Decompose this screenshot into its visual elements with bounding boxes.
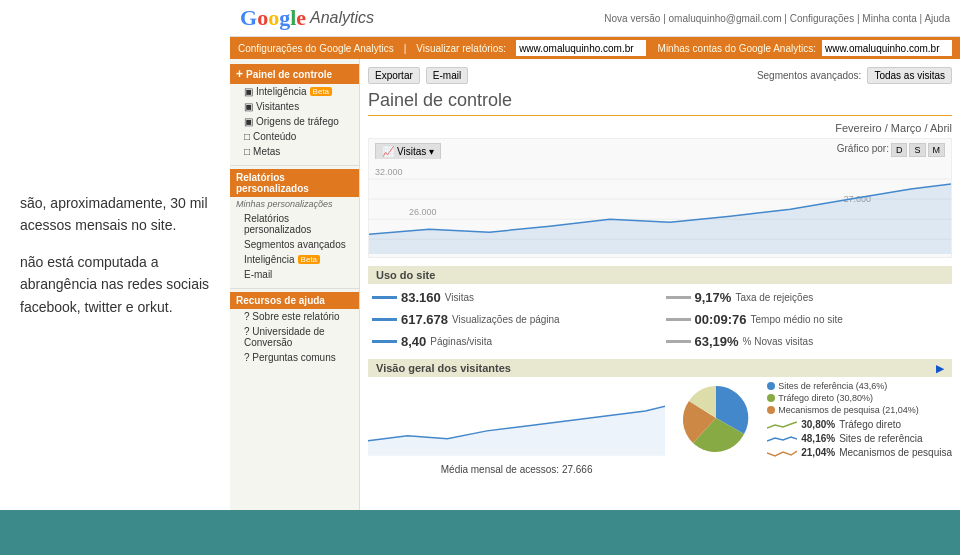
- sidebar-item-visitors[interactable]: ▣ Visitantes: [230, 99, 359, 114]
- stat-value-visits: 83.160: [401, 290, 441, 305]
- stat-label-visits: Visitas: [445, 292, 474, 303]
- config-label: Configurações do Google Analytics: [238, 43, 394, 54]
- traffic-line-svg-search: [767, 448, 797, 458]
- stat-bounce: 9,17% Taxa de rejeições: [662, 288, 953, 307]
- stat-value-newvisits: 63,19%: [695, 334, 739, 349]
- legend-label-direct: Tráfego direto (30,80%): [778, 393, 873, 403]
- legend-label-search: Mecanismos de pesquisa (21,04%): [778, 405, 919, 415]
- ga-sidebar: + Painel de controle ▣ Inteligência Beta…: [230, 59, 360, 510]
- stat-line-avgtime: [666, 318, 691, 321]
- pie-legend: Sites de referência (43,6%) Tráfego dire…: [767, 381, 952, 461]
- stat-label-bounce: Taxa de rejeições: [735, 292, 813, 303]
- visitors-more-link[interactable]: ▶: [936, 363, 944, 374]
- traffic-search-label: Mecanismos de pesquisa: [839, 447, 952, 458]
- graph-controls: Gráfico por: D S M: [837, 143, 945, 157]
- url-input[interactable]: [516, 40, 646, 56]
- sidebar-item-about-report[interactable]: ? Sobre este relatório: [230, 309, 359, 324]
- email-button[interactable]: E-mail: [426, 67, 468, 84]
- sidebar-item-advanced-segments[interactable]: Segmentos avançados: [230, 237, 359, 252]
- visitors-chart-svg: [368, 381, 665, 456]
- stat-line-bounce: [666, 296, 691, 299]
- sidebar-item-goals[interactable]: □ Metas: [230, 144, 359, 159]
- sidebar-item-conversion[interactable]: ? Universidade de Conversão: [230, 324, 359, 350]
- sidebar-item-content[interactable]: □ Conteúdo: [230, 129, 359, 144]
- my-accounts-label: Minhas contas do Google Analytics:: [658, 43, 816, 54]
- legend-label-referral: Sites de referência (43,6%): [778, 381, 887, 391]
- export-button[interactable]: Exportar: [368, 67, 420, 84]
- left-text-p2: não está computada a abrangência nas red…: [20, 251, 210, 318]
- stat-label-pagesvisit: Páginas/visita: [430, 336, 492, 347]
- traffic-item-referral: 48,16% Sites de referência: [767, 433, 952, 444]
- goals-icon: □: [244, 146, 250, 157]
- plus-icon: +: [236, 67, 243, 81]
- graph-btn-day[interactable]: D: [891, 143, 908, 157]
- intelligence-icon: ▣: [244, 86, 253, 97]
- sidebar-item-traffic[interactable]: ▣ Origens de tráfego: [230, 114, 359, 129]
- sidebar-custom-header[interactable]: Relatórios personalizados: [230, 169, 359, 197]
- graph-label: Gráfico por:: [837, 143, 889, 157]
- ga-header: Google Analytics Nova versão | omaluquin…: [230, 0, 960, 37]
- ga-main: + Painel de controle ▣ Inteligência Beta…: [230, 59, 960, 510]
- graph-btn-month[interactable]: M: [928, 143, 946, 157]
- stat-pageviews: 617.678 Visualizações de página: [368, 310, 659, 329]
- traffic-icon: ▣: [244, 116, 253, 127]
- traffic-sources: 30,80% Tráfego direto 48,16% Sites de re…: [767, 419, 952, 458]
- visitors-content: Média mensal de acessos: 27.666: [368, 377, 952, 465]
- account-url-input[interactable]: [822, 40, 952, 56]
- sidebar-dashboard-header[interactable]: + Painel de controle: [230, 64, 359, 84]
- visits-tab[interactable]: 📈 Visitas ▾: [375, 143, 441, 159]
- all-visits-button[interactable]: Todas as visitas: [867, 67, 952, 84]
- graph-btn-week[interactable]: S: [909, 143, 925, 157]
- chart-area: 📈 Visitas ▾ Gráfico por: D S M 32.000 27…: [368, 138, 952, 258]
- sidebar-divider-1: [230, 165, 359, 166]
- nav-right: Minhas contas do Google Analytics:: [658, 40, 952, 56]
- stat-value-pagesvisit: 8,40: [401, 334, 426, 349]
- stat-value-pageviews: 617.678: [401, 312, 448, 327]
- avg-access: Média mensal de acessos: 27.666: [368, 461, 665, 478]
- legend-item-search: Mecanismos de pesquisa (21,04%): [767, 405, 952, 415]
- traffic-referral-label: Sites de referência: [839, 433, 922, 444]
- sidebar-item-faq[interactable]: ? Perguntas comuns: [230, 350, 359, 365]
- sidebar-main-section: + Painel de controle ▣ Inteligência Beta…: [230, 64, 359, 159]
- traffic-referral-pct: 48,16%: [801, 433, 835, 444]
- bottom-bar: [0, 510, 960, 555]
- ga-content: Exportar E-mail Segmentos avançados: Tod…: [360, 59, 960, 510]
- pie-traffic-container: Sites de referência (43,6%) Tráfego dire…: [671, 381, 952, 461]
- sidebar-my-custom: Minhas personalizações: [230, 197, 359, 211]
- pie-svg: [671, 381, 761, 456]
- toolbar-right: Segmentos avançados: Todas as visitas: [757, 67, 952, 84]
- legend-dot-direct: [767, 394, 775, 402]
- sidebar-custom-section: Relatórios personalizados Minhas persona…: [230, 169, 359, 282]
- sidebar-divider-2: [230, 288, 359, 289]
- stats-grid: 83.160 Visitas 9,17% Taxa de rejeições 6…: [368, 288, 952, 351]
- sidebar-item-intelligence-2[interactable]: Inteligência Beta: [230, 252, 359, 267]
- content-toolbar: Exportar E-mail Segmentos avançados: Tod…: [368, 67, 952, 84]
- stat-newvisits: 63,19% % Novas visitas: [662, 332, 953, 351]
- traffic-direct-pct: 30,80%: [801, 419, 835, 430]
- chart-icon: 📈: [382, 146, 394, 157]
- visitors-chart-container: Média mensal de acessos: 27.666: [368, 381, 665, 456]
- sidebar-item-intelligence[interactable]: ▣ Inteligência Beta: [230, 84, 359, 99]
- sidebar-item-email[interactable]: E-mail: [230, 267, 359, 282]
- stat-value-avgtime: 00:09:76: [695, 312, 747, 327]
- dashboard-label: Painel de controle: [246, 69, 332, 80]
- traffic-direct-label: Tráfego direto: [839, 419, 901, 430]
- stat-pagesvisit: 8,40 Páginas/visita: [368, 332, 659, 351]
- left-panel: são, aproximadamente, 30 mil acessos men…: [0, 0, 230, 510]
- stat-label-avgtime: Tempo médio no site: [751, 314, 843, 325]
- sidebar-item-custom-reports[interactable]: Relatórios personalizados: [230, 211, 359, 237]
- page-title: Painel de controle: [368, 90, 952, 116]
- pie-chart: [671, 381, 761, 456]
- traffic-item-direct: 30,80% Tráfego direto: [767, 419, 952, 430]
- sidebar-help-section: Recursos de ajuda ? Sobre este relatório…: [230, 292, 359, 365]
- ga-nav-bar: Configurações do Google Analytics | Visu…: [230, 37, 960, 59]
- google-wordmark: Google: [240, 5, 306, 31]
- traffic-item-search: 21,04% Mecanismos de pesquisa: [767, 447, 952, 458]
- ga-logo: Google Analytics: [240, 5, 374, 31]
- traffic-line-svg-referral: [767, 434, 797, 444]
- visitors-header-label: Visão geral dos visitantes: [376, 362, 511, 374]
- ga-screenshot: Google Analytics Nova versão | omaluquin…: [230, 0, 960, 510]
- sidebar-help-header: Recursos de ajuda: [230, 292, 359, 309]
- stat-line-pageviews: [372, 318, 397, 321]
- view-reports-label: Visualizar relatórios:: [416, 43, 506, 54]
